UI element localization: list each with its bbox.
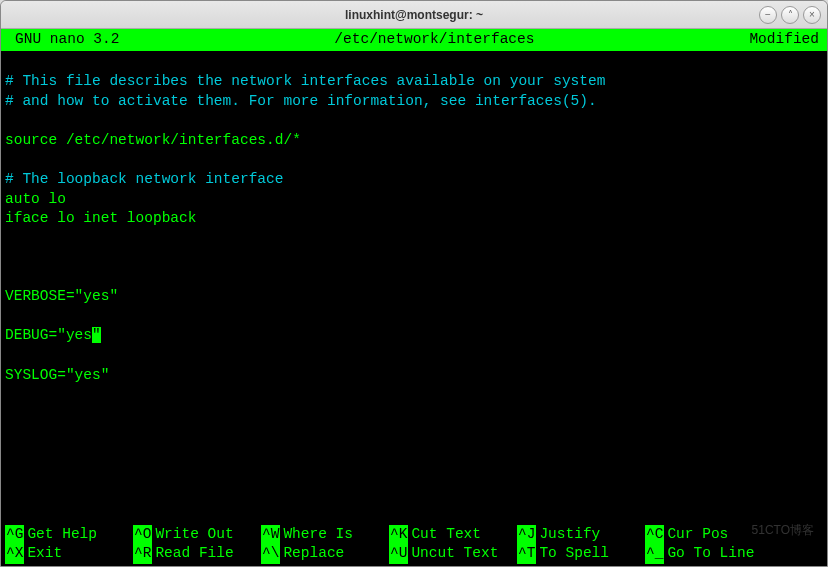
window-controls: − ˄ × — [759, 6, 821, 24]
shortcut-key: ^T — [517, 544, 536, 564]
config-line: source /etc/network/interfaces.d/* — [5, 132, 301, 148]
shortcut-row: ^XExit ^RRead File ^\Replace ^UUncut Tex… — [5, 544, 823, 564]
shortcut-key: ^X — [5, 544, 24, 564]
shortcut-label: Get Help — [24, 525, 97, 545]
maximize-button[interactable]: ˄ — [781, 6, 799, 24]
shortcut-key: ^R — [133, 544, 152, 564]
cursor: " — [92, 327, 101, 343]
config-line: VERBOSE="yes" — [5, 288, 118, 304]
shortcut-justify[interactable]: ^JJustify — [517, 525, 645, 545]
shortcut-key: ^C — [645, 525, 664, 545]
shortcut-key: ^K — [389, 525, 408, 545]
nano-status: Modified — [749, 30, 823, 50]
nano-filepath: /etc/network/interfaces — [119, 30, 749, 50]
shortcut-label: Where Is — [280, 525, 353, 545]
shortcut-label: Replace — [280, 544, 344, 564]
shortcut-key: ^W — [261, 525, 280, 545]
shortcut-key: ^U — [389, 544, 408, 564]
shortcut-key: ^J — [517, 525, 536, 545]
shortcut-label: Cur Pos — [664, 525, 728, 545]
config-line: SYSLOG="yes" — [5, 367, 109, 383]
shortcut-label: To Spell — [536, 544, 609, 564]
terminal-window: linuxhint@montsegur: ~ − ˄ × GNU nano 3.… — [0, 0, 828, 567]
shortcut-go-to-line[interactable]: ^_Go To Line — [645, 544, 773, 564]
shortcut-read-file[interactable]: ^RRead File — [133, 544, 261, 564]
blank-line — [5, 54, 14, 70]
window-titlebar[interactable]: linuxhint@montsegur: ~ − ˄ × — [1, 1, 827, 29]
shortcut-to-spell[interactable]: ^TTo Spell — [517, 544, 645, 564]
shortcut-where-is[interactable]: ^WWhere Is — [261, 525, 389, 545]
shortcut-exit[interactable]: ^XExit — [5, 544, 133, 564]
comment-line: # This file describes the network interf… — [5, 73, 605, 89]
shortcut-cur-pos[interactable]: ^CCur Pos — [645, 525, 773, 545]
minimize-button[interactable]: − — [759, 6, 777, 24]
config-line: iface lo inet loopback — [5, 210, 196, 226]
shortcut-key: ^G — [5, 525, 24, 545]
config-line: auto lo — [5, 191, 66, 207]
shortcut-key: ^_ — [645, 544, 664, 564]
config-line: DEBUG="yes" — [5, 327, 101, 343]
nano-header-bar: GNU nano 3.2 /etc/network/interfaces Mod… — [1, 29, 827, 51]
shortcut-label: Uncut Text — [408, 544, 498, 564]
comment-line: # The loopback network interface — [5, 171, 283, 187]
shortcut-cut-text[interactable]: ^KCut Text — [389, 525, 517, 545]
shortcut-write-out[interactable]: ^OWrite Out — [133, 525, 261, 545]
shortcut-label: Cut Text — [408, 525, 481, 545]
shortcut-label: Write Out — [152, 525, 233, 545]
comment-line: # and how to activate them. For more inf… — [5, 93, 597, 109]
text: DEBUG="yes — [5, 327, 92, 343]
nano-version: GNU nano 3.2 — [5, 30, 119, 50]
close-button[interactable]: × — [803, 6, 821, 24]
shortcut-row: ^GGet Help ^OWrite Out ^WWhere Is ^KCut … — [5, 525, 823, 545]
shortcut-key: ^\ — [261, 544, 280, 564]
shortcut-key: ^O — [133, 525, 152, 545]
shortcut-label: Justify — [536, 525, 600, 545]
editor-body[interactable]: # This file describes the network interf… — [1, 51, 827, 525]
shortcut-uncut-text[interactable]: ^UUncut Text — [389, 544, 517, 564]
nano-shortcuts: ^GGet Help ^OWrite Out ^WWhere Is ^KCut … — [1, 525, 827, 566]
terminal-content[interactable]: GNU nano 3.2 /etc/network/interfaces Mod… — [1, 29, 827, 566]
shortcut-label: Go To Line — [664, 544, 754, 564]
shortcut-replace[interactable]: ^\Replace — [261, 544, 389, 564]
shortcut-get-help[interactable]: ^GGet Help — [5, 525, 133, 545]
shortcut-label: Read File — [152, 544, 233, 564]
shortcut-label: Exit — [24, 544, 62, 564]
window-title: linuxhint@montsegur: ~ — [345, 8, 483, 22]
